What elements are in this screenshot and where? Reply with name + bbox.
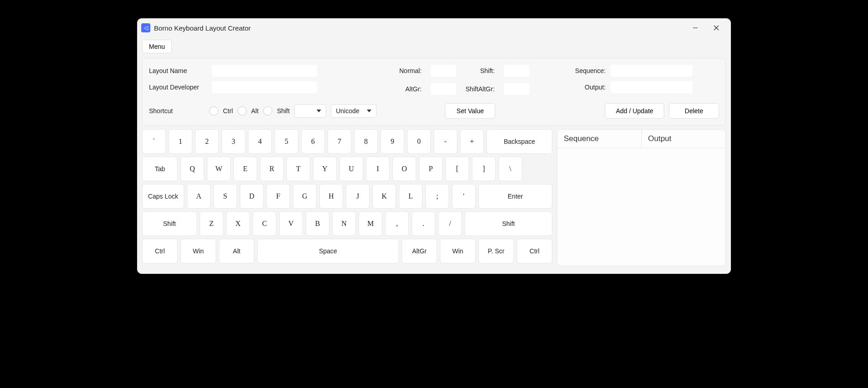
shortcut-label: Shortcut (149, 107, 205, 115)
key-Z[interactable]: Z (200, 211, 223, 236)
key-3[interactable]: 3 (222, 129, 245, 154)
sequence-input[interactable] (610, 65, 693, 77)
key-H[interactable]: H (319, 184, 343, 209)
menubar: Menu (138, 37, 730, 58)
key-C[interactable]: C (253, 211, 276, 236)
key-left-shift[interactable]: Shift (142, 211, 197, 236)
key-backspace[interactable]: Backspace (487, 129, 552, 154)
shortcut-key-combo[interactable] (294, 104, 326, 118)
menu-button[interactable]: Menu (142, 40, 172, 53)
key-Q[interactable]: Q (180, 157, 204, 181)
set-value-button[interactable]: Set Value (445, 103, 495, 119)
key-left-ctrl[interactable]: Ctrl (142, 239, 178, 263)
key-W[interactable]: W (207, 157, 231, 181)
key-9[interactable]: 9 (381, 129, 404, 154)
key-[[interactable]: [ (445, 157, 469, 181)
key-I[interactable]: I (366, 157, 390, 181)
key-0[interactable]: 0 (407, 129, 431, 154)
key-+[interactable]: + (460, 129, 484, 154)
key-2[interactable]: 2 (195, 129, 219, 154)
key-left-win[interactable]: Win (180, 239, 216, 263)
key-1[interactable]: 1 (169, 129, 192, 154)
key-S[interactable]: S (213, 184, 237, 209)
altgr-input[interactable] (431, 83, 456, 95)
key-/[interactable]: / (438, 211, 462, 236)
ctrl-radio[interactable] (209, 106, 218, 115)
alt-radio[interactable] (238, 106, 247, 115)
key-P[interactable]: P (419, 157, 443, 181)
output-label: Output: (575, 84, 606, 91)
key-Y[interactable]: Y (313, 157, 337, 181)
delete-button[interactable]: Delete (669, 103, 719, 119)
settings-panel: Layout Name Layout Developer Normal: Shi… (142, 58, 726, 126)
add-update-button[interactable]: Add / Update (605, 103, 664, 119)
sequence-output-table: Sequence Output (557, 129, 726, 266)
key-tab[interactable]: Tab (142, 157, 178, 181)
key-A[interactable]: A (187, 184, 211, 209)
layout-dev-input[interactable] (212, 81, 317, 93)
layout-name-label: Layout Name (149, 67, 208, 74)
key-L[interactable]: L (399, 184, 423, 209)
key-'[interactable]: ' (452, 184, 476, 209)
key--[interactable]: - (434, 129, 457, 154)
key-enter[interactable]: Enter (478, 184, 552, 209)
shift-mod-label: Shift (277, 107, 290, 115)
key-.[interactable]: . (412, 211, 435, 236)
key-T[interactable]: T (286, 157, 310, 181)
key-;[interactable]: ; (425, 184, 449, 209)
key-6[interactable]: 6 (301, 129, 325, 154)
key-capslock[interactable]: Caps Lock (142, 184, 184, 209)
key-F[interactable]: F (266, 184, 290, 209)
app-window: ◁ Borno Keyboard Layout Creator Menu Lay… (137, 18, 731, 274)
sequence-label: Sequence: (575, 67, 606, 74)
key-M[interactable]: M (359, 211, 382, 236)
key-print-screen[interactable]: P. Scr (478, 239, 514, 263)
key-8[interactable]: 8 (354, 129, 378, 154)
key-right-shift[interactable]: Shift (465, 211, 552, 236)
minimize-button[interactable] (685, 21, 706, 35)
key-K[interactable]: K (372, 184, 396, 209)
key-altgr[interactable]: AltGr (402, 239, 437, 263)
keyboard: `1234567890-+Backspace TabQWERTYUIOP[]\ … (142, 129, 552, 266)
key-right-ctrl[interactable]: Ctrl (517, 239, 552, 263)
key-E[interactable]: E (233, 157, 257, 181)
key-\[interactable]: \ (498, 157, 522, 181)
table-body[interactable] (557, 148, 725, 266)
encoding-combo[interactable]: Unicode (331, 104, 376, 118)
key-][interactable]: ] (472, 157, 496, 181)
key-space[interactable]: Space (257, 239, 399, 263)
key-left-alt[interactable]: Alt (219, 239, 254, 263)
normal-input[interactable] (431, 65, 456, 77)
key-D[interactable]: D (240, 184, 264, 209)
key-4[interactable]: 4 (248, 129, 272, 154)
key-5[interactable]: 5 (275, 129, 298, 154)
layout-dev-label: Layout Developer (149, 84, 208, 91)
app-icon: ◁ (141, 23, 150, 32)
key-J[interactable]: J (346, 184, 370, 209)
output-input[interactable] (610, 81, 693, 93)
key-V[interactable]: V (279, 211, 303, 236)
table-output-header[interactable]: Output (642, 130, 726, 148)
key-,[interactable]: , (385, 211, 409, 236)
ctrl-mod-label: Ctrl (223, 107, 233, 115)
key-B[interactable]: B (306, 211, 329, 236)
titlebar: ◁ Borno Keyboard Layout Creator (138, 19, 730, 37)
key-O[interactable]: O (392, 157, 416, 181)
key-X[interactable]: X (226, 211, 250, 236)
key-G[interactable]: G (293, 184, 317, 209)
shiftaltgr-input[interactable] (504, 83, 529, 95)
table-sequence-header[interactable]: Sequence (557, 130, 642, 148)
key-R[interactable]: R (260, 157, 284, 181)
key-N[interactable]: N (332, 211, 356, 236)
key-right-win[interactable]: Win (440, 239, 476, 263)
close-button[interactable] (706, 21, 727, 35)
shiftaltgr-label: ShiftAltGr: (466, 85, 495, 93)
key-7[interactable]: 7 (328, 129, 351, 154)
key-U[interactable]: U (339, 157, 363, 181)
layout-name-input[interactable] (212, 65, 317, 77)
altgr-label: AltGr: (399, 85, 422, 93)
shift-input[interactable] (504, 65, 529, 77)
key-`[interactable]: ` (142, 129, 166, 154)
normal-label: Normal: (399, 67, 422, 74)
shift-radio[interactable] (263, 106, 272, 115)
